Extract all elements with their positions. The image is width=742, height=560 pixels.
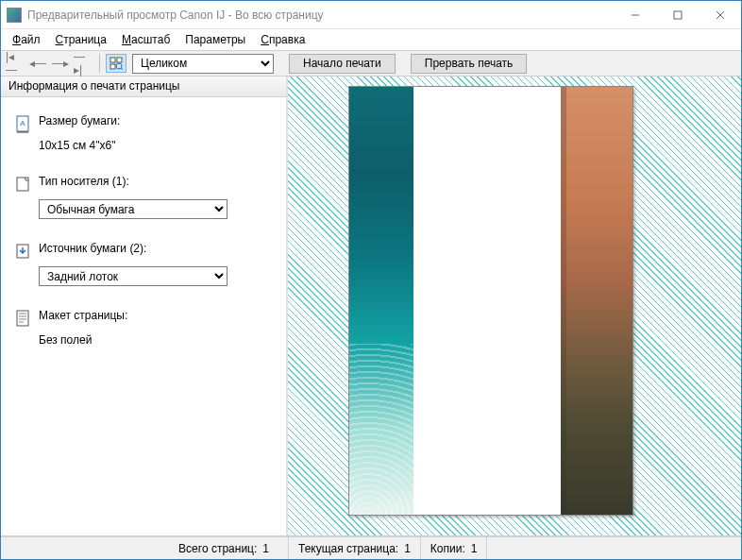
toolbar: |◂— ◂— —▸ —▸| Целиком Начало печати Прер… [1, 50, 741, 76]
thumbnail-toggle-icon[interactable] [106, 54, 126, 73]
close-button[interactable] [699, 1, 741, 28]
menu-help[interactable]: Справка [253, 31, 312, 48]
menu-page[interactable]: Страница [48, 31, 114, 48]
toolbar-separator [99, 54, 100, 73]
image-sea [349, 87, 413, 515]
svg-text:A: A [20, 119, 25, 127]
preview-area [288, 76, 741, 535]
media-type-select[interactable]: Обычная бумага [39, 199, 228, 219]
app-icon [7, 8, 22, 23]
main: Информация о печати страницы A Размер бу… [1, 76, 741, 535]
svg-rect-14 [17, 311, 28, 326]
statusbar: Всего страниц: 1 Текущая страница: 1 Коп… [1, 536, 741, 559]
titlebar: Предварительный просмотр Canon IJ - Во в… [1, 1, 741, 29]
page-layout-icon [14, 309, 33, 328]
page-layout-label: Макет страницы: [39, 309, 127, 328]
media-type-icon [14, 175, 33, 194]
paper-source-label: Источник бумаги (2): [39, 242, 146, 261]
sidebar: Информация о печати страницы A Размер бу… [1, 76, 288, 535]
status-copies-value: 1 [471, 542, 478, 555]
page-layout-row: Макет страницы: [14, 309, 273, 328]
nav-next-icon[interactable]: —▸ [50, 54, 71, 73]
menubar: Файл Страница Масштаб Параметры Справка [1, 29, 741, 50]
svg-rect-6 [110, 64, 115, 69]
status-current-label: Текущая страница: [298, 542, 398, 555]
zoom-select[interactable]: Целиком [132, 54, 274, 74]
svg-rect-5 [117, 58, 122, 62]
status-total-value: 1 [262, 542, 269, 555]
paper-source-row: Источник бумаги (2): [14, 242, 273, 261]
svg-rect-4 [110, 58, 115, 62]
cancel-print-button[interactable]: Прервать печать [411, 54, 528, 74]
page-image [349, 87, 632, 515]
svg-rect-1 [674, 11, 682, 19]
paper-source-icon [14, 242, 33, 261]
svg-rect-12 [17, 178, 28, 191]
maximize-button[interactable] [656, 1, 699, 28]
paper-size-value: 10x15 см 4"x6" [39, 139, 273, 152]
page-layout-value: Без полей [39, 333, 273, 347]
nav-last-icon[interactable]: —▸| [73, 54, 93, 73]
status-total-label: Всего страниц: [178, 542, 257, 555]
media-type-row: Тип носителя (1): [14, 175, 273, 194]
menu-zoom[interactable]: Масштаб [114, 31, 177, 48]
window-title: Предварительный просмотр Canon IJ - Во в… [27, 8, 614, 22]
nav-first-icon[interactable]: |◂— [5, 54, 25, 73]
svg-line-8 [121, 68, 123, 70]
image-middle [413, 87, 561, 515]
paper-size-row: A Размер бумаги: [14, 114, 273, 133]
status-current-value: 1 [404, 542, 411, 555]
paper-source-select[interactable]: Задний лоток [39, 266, 228, 286]
sidebar-body: A Размер бумаги: 10x15 см 4"x6" Тип носи… [1, 97, 286, 535]
paper-size-icon: A [14, 114, 33, 133]
menu-file[interactable]: Файл [5, 31, 48, 48]
media-type-label: Тип носителя (1): [39, 175, 129, 194]
image-cliff [561, 87, 632, 515]
status-copies-label: Копии: [430, 542, 465, 555]
status-spacer [486, 537, 741, 559]
status-total: Всего страниц: 1 [1, 537, 288, 559]
sidebar-header: Информация о печати страницы [1, 76, 286, 97]
status-copies: Копии: 1 [420, 537, 487, 559]
minimize-button[interactable] [614, 1, 656, 28]
menu-options[interactable]: Параметры [177, 31, 253, 48]
preview-page[interactable] [348, 86, 633, 516]
status-current: Текущая страница: 1 [288, 537, 420, 559]
start-print-button[interactable]: Начало печати [289, 54, 396, 74]
nav-prev-icon[interactable]: ◂— [27, 54, 48, 73]
paper-size-label: Размер бумаги: [39, 114, 120, 133]
